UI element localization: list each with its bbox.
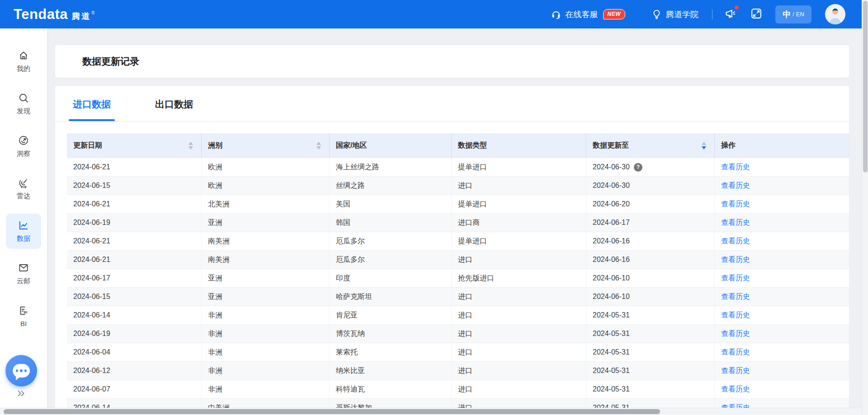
sidebar-expand-chevrons[interactable]: »	[17, 385, 24, 400]
cell-continent: 南美洲	[201, 251, 329, 269]
sort-carets-icon[interactable]	[189, 142, 193, 149]
cell-updated-to: 2024-06-10	[586, 269, 714, 287]
cell-update-date: 2024-06-15	[67, 177, 201, 195]
cell-continent: 欧洲	[201, 158, 329, 176]
cell-updated-to: 2024-06-20	[586, 195, 714, 213]
cell-continent: 亚洲	[201, 269, 329, 287]
sidebar-item-mine[interactable]: 我的	[6, 44, 41, 79]
language-toggle[interactable]: 中 / EN	[775, 5, 811, 23]
table-row: 2024-06-17亚洲印度抢先版进口2024-06-10查看历史	[67, 269, 849, 288]
cell-country: 莱索托	[329, 343, 451, 361]
announcements-button[interactable]	[724, 7, 736, 21]
help-question-icon[interactable]: ?	[634, 163, 642, 172]
megaphone-icon	[724, 7, 736, 21]
sidebar-item-radar[interactable]: 雷达	[6, 171, 41, 206]
table-row: 2024-06-12非洲纳米比亚进口2024-05-31查看历史	[67, 362, 849, 380]
view-history-link[interactable]: 查看历史	[721, 163, 750, 172]
cell-action: 查看历史	[714, 251, 849, 269]
updated-to-value: 2024-06-10	[593, 293, 630, 301]
horizontal-scrollbar-thumb[interactable]	[4, 409, 660, 414]
data-records-card: 进口数据出口数据 更新日期洲别国家/地区数据类型数据更新至操作 2024-06-…	[55, 86, 849, 415]
sidebar-item-label: BI	[20, 320, 27, 327]
updated-to-value: 2024-05-31	[593, 348, 630, 356]
cell-data-type: 提单进口	[451, 195, 586, 213]
user-avatar[interactable]	[825, 4, 845, 24]
column-header-2[interactable]: 洲别	[201, 133, 329, 158]
cell-country: 纳米比亚	[329, 362, 451, 380]
cell-data-type: 进口	[451, 362, 586, 380]
table-row: 2024-06-07非洲科特迪瓦进口2024-05-31查看历史	[67, 380, 849, 399]
sidebar-item-insight[interactable]: 洞察	[6, 129, 41, 164]
chat-fab-button[interactable]	[5, 355, 37, 387]
vertical-scrollbar-thumb[interactable]	[863, 1, 868, 173]
view-history-link[interactable]: 查看历史	[721, 274, 750, 283]
cell-update-date: 2024-06-21	[67, 232, 201, 250]
academy-button[interactable]: 腾道学院	[651, 9, 698, 20]
logo-cjk-text: 腾道	[72, 11, 91, 22]
cell-country: 印度	[329, 269, 451, 287]
cell-action: 查看历史	[714, 158, 849, 176]
cell-update-date: 2024-06-19	[67, 325, 201, 343]
cell-update-date: 2024-06-12	[67, 362, 201, 380]
view-history-link[interactable]: 查看历史	[721, 292, 750, 302]
sidebar-item-bi[interactable]: BIBI	[6, 298, 41, 334]
table-row: 2024-06-15欧洲丝绸之路进口2024-06-30查看历史	[67, 177, 849, 195]
search-icon	[18, 92, 29, 104]
vertical-scrollbar[interactable]	[862, 0, 868, 415]
view-history-link[interactable]: 查看历史	[721, 237, 750, 246]
cell-data-type: 进口商	[451, 214, 586, 232]
cell-update-date: 2024-06-07	[67, 380, 201, 398]
cell-country: 美国	[329, 195, 451, 213]
table-row: 2024-06-19非洲博茨瓦纳进口2024-05-31查看历史	[67, 325, 849, 343]
academy-label: 腾道学院	[666, 9, 698, 20]
view-history-link[interactable]: 查看历史	[721, 181, 750, 191]
view-history-link[interactable]: 查看历史	[721, 366, 750, 376]
view-history-link[interactable]: 查看历史	[721, 311, 750, 320]
view-history-link[interactable]: 查看历史	[721, 200, 750, 209]
view-history-link[interactable]: 查看历史	[721, 218, 750, 228]
sort-carets-icon[interactable]	[702, 142, 706, 149]
view-history-link[interactable]: 查看历史	[721, 348, 750, 357]
sidebar-item-label: 洞察	[17, 149, 30, 158]
view-history-link[interactable]: 查看历史	[721, 385, 750, 394]
sort-carets-icon[interactable]	[316, 142, 321, 149]
cell-action: 查看历史	[714, 269, 849, 287]
column-header-4: 数据类型	[451, 133, 586, 158]
sidebar-item-data[interactable]: 数据	[6, 214, 41, 249]
radar-icon	[18, 177, 29, 189]
cell-update-date: 2024-06-21	[67, 158, 201, 176]
view-history-link[interactable]: 查看历史	[721, 255, 750, 265]
fullscreen-button[interactable]	[750, 7, 763, 22]
cell-update-date: 2024-06-15	[67, 288, 201, 306]
lightbulb-icon	[651, 9, 662, 19]
cell-continent: 南美洲	[201, 232, 329, 250]
tendata-logo[interactable]: Tendata 腾道 ®	[14, 6, 94, 23]
tab-export[interactable]: 出口数据	[154, 98, 194, 121]
page-title: 数据更新记录	[82, 55, 139, 68]
table-row: 2024-06-21南美洲厄瓜多尔提单进口2024-06-16查看历史	[67, 232, 849, 251]
cell-updated-to: 2024-05-31	[586, 325, 714, 343]
column-header-5[interactable]: 数据更新至	[586, 133, 714, 158]
table-row: 2024-06-21南美洲厄瓜多尔进口2024-06-16查看历史	[67, 251, 849, 269]
cell-data-type: 进口	[451, 306, 586, 324]
headset-icon	[551, 9, 561, 20]
column-label: 数据类型	[458, 141, 487, 150]
column-label: 洲别	[208, 141, 222, 150]
cell-country: 丝绸之路	[329, 177, 451, 195]
view-history-link[interactable]: 查看历史	[721, 329, 750, 339]
online-service-button[interactable]: 在线客服 NEW	[551, 9, 626, 20]
horizontal-scrollbar[interactable]	[0, 408, 862, 415]
tab-import[interactable]: 进口数据	[71, 98, 112, 121]
updated-to-value: 2024-05-31	[593, 367, 630, 375]
table-row: 2024-06-19亚洲韩国进口商2024-06-17查看历史	[67, 214, 849, 232]
sidebar-item-discover[interactable]: 发现	[6, 86, 41, 121]
column-header-1[interactable]: 更新日期	[67, 133, 201, 158]
cell-action: 查看历史	[714, 343, 849, 361]
expand-icon	[750, 7, 763, 22]
cell-updated-to: 2024-06-10	[586, 288, 714, 306]
column-label: 操作	[721, 141, 736, 150]
cell-country: 厄瓜多尔	[329, 232, 451, 250]
sidebar-item-cloudmail[interactable]: 云邮	[6, 256, 41, 291]
updated-to-value: 2024-06-20	[593, 200, 630, 208]
table-row: 2024-06-15亚洲哈萨克斯坦进口2024-06-10查看历史	[67, 288, 849, 306]
